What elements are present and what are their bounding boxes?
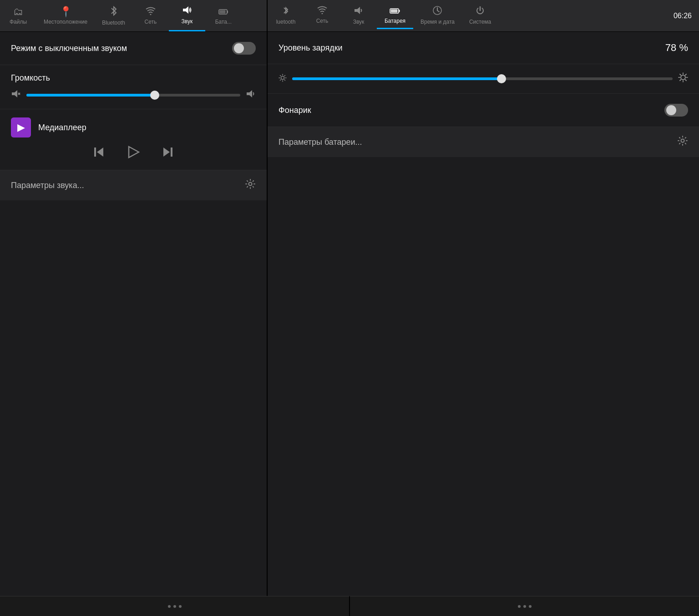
volume-slider-row: [11, 89, 256, 101]
play-pause-button[interactable]: [127, 146, 140, 162]
media-player-section: ▶ Медиаплеер: [0, 109, 267, 170]
svg-point-41: [681, 139, 684, 143]
svg-point-14: [249, 183, 252, 186]
charge-value: 78 %: [665, 42, 688, 54]
brightness-min-icon: [279, 74, 287, 84]
svg-marker-1: [183, 6, 188, 14]
volume-slider[interactable]: [26, 94, 240, 97]
sound-right-icon: [354, 6, 364, 17]
battery-settings-row[interactable]: Параметры батареи...: [268, 127, 699, 157]
flashlight-toggle-knob: [666, 105, 676, 115]
svg-line-40: [680, 80, 681, 81]
power-icon: [476, 6, 485, 17]
tab-battery-left[interactable]: Бата...: [205, 0, 242, 31]
svg-point-15: [322, 13, 323, 15]
svg-line-29: [284, 80, 285, 81]
tab-files[interactable]: 🗂 Файлы: [0, 0, 36, 31]
svg-marker-8: [247, 90, 252, 97]
datetime-icon: [433, 6, 442, 17]
tab-datetime-right[interactable]: Время и дата: [413, 2, 462, 29]
flashlight-label: Фонарик: [279, 106, 311, 115]
sound-settings-gear-icon: [245, 178, 256, 192]
tab-bluetooth-right[interactable]: luetooth: [268, 2, 304, 29]
toggle-knob: [234, 43, 244, 53]
tab-sound-right[interactable]: Звук: [340, 2, 377, 29]
dot-3: [179, 605, 182, 608]
battery-left-icon: [218, 7, 228, 17]
tab-network-right[interactable]: Сеть: [304, 2, 340, 28]
media-player-header: ▶ Медиаплеер: [11, 117, 256, 137]
svg-marker-12: [163, 148, 170, 157]
brightness-max-icon: [678, 72, 688, 85]
dot-1: [168, 605, 171, 608]
left-panel: 🗂 Файлы 📍 Местоположение Bluetooth: [0, 0, 268, 596]
sound-icon: [182, 5, 192, 16]
tab-system-right[interactable]: Система: [462, 2, 498, 29]
silent-mode-toggle[interactable]: [232, 42, 256, 55]
tab-network[interactable]: Сеть: [132, 0, 169, 31]
flashlight-toggle[interactable]: [664, 104, 688, 117]
svg-rect-10: [94, 148, 96, 157]
tab-bluetooth[interactable]: Bluetooth: [95, 0, 132, 31]
dot-4: [518, 605, 521, 608]
svg-point-0: [150, 14, 151, 15]
battery-charge-row: Уровень зарядки 78 %: [268, 32, 699, 64]
dot-6: [529, 605, 532, 608]
svg-point-32: [681, 75, 685, 80]
svg-marker-11: [129, 147, 139, 158]
brightness-slider[interactable]: [292, 77, 673, 80]
brightness-slider-row: [279, 72, 688, 85]
svg-line-22: [437, 10, 439, 12]
volume-max-icon: [246, 89, 256, 101]
svg-line-39: [685, 74, 686, 75]
volume-section: Громкость: [0, 65, 267, 109]
bluetooth-right-icon: [283, 6, 289, 17]
files-icon: 🗂: [13, 7, 23, 17]
tab-battery-right[interactable]: Батарея: [377, 2, 413, 29]
flashlight-row: Фонарик: [268, 94, 699, 127]
svg-rect-19: [391, 10, 398, 13]
svg-line-38: [685, 80, 686, 81]
sound-settings-label: Параметры звука...: [11, 181, 84, 190]
svg-marker-5: [12, 90, 17, 97]
media-player-icon-box: ▶: [11, 117, 31, 137]
play-triangle-icon: ▶: [17, 122, 25, 133]
brightness-section: [268, 64, 699, 94]
svg-rect-18: [399, 10, 400, 12]
svg-marker-16: [355, 7, 360, 14]
media-player-title: Медиаплеер: [38, 123, 86, 132]
svg-rect-3: [227, 10, 228, 13]
next-button[interactable]: [162, 146, 174, 162]
tab-sound[interactable]: Звук: [169, 0, 205, 31]
battery-settings-gear-icon: [677, 135, 688, 149]
right-bottom-dots: [518, 605, 532, 608]
right-content: Уровень зарядки 78 %: [268, 32, 699, 596]
network-icon: [146, 7, 156, 17]
sound-settings-row[interactable]: Параметры звука...: [0, 170, 267, 200]
right-bottom-bar: [350, 596, 699, 616]
location-icon: 📍: [60, 7, 72, 17]
time-display: 06:26: [674, 12, 692, 20]
silent-mode-row: Режим с выключенным звуком: [0, 32, 267, 65]
svg-rect-13: [171, 148, 172, 157]
dot-2: [173, 605, 176, 608]
charge-label: Уровень зарядки: [279, 43, 343, 53]
left-bottom-bar: [0, 596, 350, 616]
dot-5: [523, 605, 526, 608]
right-tab-bar: luetooth Сеть: [268, 0, 699, 32]
battery-settings-label: Параметры батареи...: [279, 137, 362, 147]
tab-location[interactable]: 📍 Местоположение: [36, 0, 95, 31]
silent-mode-label: Режим с выключенным звуком: [11, 44, 127, 53]
svg-point-23: [281, 76, 284, 79]
volume-min-icon: [11, 89, 21, 101]
svg-marker-9: [97, 148, 103, 157]
left-bottom-dots: [168, 605, 182, 608]
svg-line-30: [284, 75, 285, 76]
prev-button[interactable]: [92, 146, 105, 162]
network-right-icon: [317, 6, 327, 16]
svg-line-31: [280, 80, 281, 81]
volume-label: Громкость: [11, 73, 256, 83]
bluetooth-icon: [110, 6, 118, 18]
bottom-bars: [0, 596, 699, 616]
media-controls: [11, 146, 256, 162]
